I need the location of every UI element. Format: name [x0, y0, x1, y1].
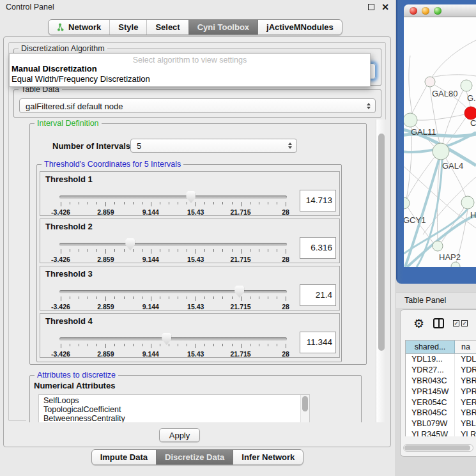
table-cell[interactable]: YBR043C: [406, 376, 455, 387]
table-cell[interactable]: YDR27...: [406, 365, 455, 376]
panel-scrollbar[interactable]: [376, 119, 386, 422]
threshold-2-value[interactable]: 6.316: [300, 237, 336, 259]
table-cell[interactable]: YLR3: [455, 429, 476, 436]
scrollbar-thumb[interactable]: [404, 445, 470, 450]
maximize-window-icon[interactable]: [434, 7, 441, 15]
column-header-shared-name[interactable]: shared...: [406, 341, 455, 353]
table-cell[interactable]: YBR045C: [406, 408, 455, 418]
apply-button[interactable]: Apply: [159, 428, 200, 442]
number-of-intervals-select[interactable]: 5: [130, 139, 297, 153]
tab-select[interactable]: Select: [146, 20, 188, 35]
tab-impute-data[interactable]: Impute Data: [92, 450, 156, 464]
tab-cyni-toolbox[interactable]: Cyni Toolbox: [188, 20, 257, 35]
table-cell[interactable]: YER054C: [406, 397, 455, 408]
table-cell[interactable]: YBR0: [455, 408, 476, 418]
slider-tick: [151, 202, 151, 206]
slider-tick: [277, 296, 277, 299]
slider-tick: [151, 296, 151, 301]
attribute-list-item[interactable]: TopologicalCoefficient: [39, 406, 309, 415]
attribute-list-item[interactable]: BetweennessCentrality: [39, 415, 309, 422]
network-node[interactable]: [404, 113, 417, 127]
dropdown-item-manual-discretization[interactable]: Manual Discretization: [10, 64, 370, 74]
table-row[interactable]: YBR043CYBR0: [406, 376, 476, 387]
table-cell[interactable]: YLR345W: [406, 429, 455, 436]
table-row[interactable]: YDR27...YDR2: [406, 365, 476, 376]
slider-track[interactable]: [59, 290, 287, 293]
select-columns-icons[interactable]: ✓ ✓: [453, 320, 468, 326]
float-window-icon[interactable]: [368, 4, 374, 10]
slider-tick: [286, 249, 286, 254]
threshold-2-slider[interactable]: -3.4262.8599.14415.4321.71528: [59, 238, 287, 263]
slider-tick: [277, 202, 277, 204]
dropdown-item-equal-width-frequency[interactable]: Equal Width/Frequency Discretization: [10, 74, 370, 84]
threshold-1-slider[interactable]: -3.4262.8599.14415.4321.71528: [59, 191, 287, 215]
table-cell[interactable]: YBL0: [455, 418, 476, 429]
list-scrollbar[interactable]: [300, 395, 309, 422]
close-window-icon[interactable]: [410, 7, 417, 15]
network-edge: [446, 118, 466, 145]
network-node[interactable]: [433, 143, 449, 160]
slider-track[interactable]: [59, 243, 287, 246]
slider-tick: [105, 202, 106, 206]
checkbox-icon[interactable]: ✓: [453, 320, 459, 326]
network-node[interactable]: [425, 77, 435, 87]
network-node[interactable]: [433, 241, 443, 251]
attributes-list[interactable]: SelfLoopsTopologicalCoefficientBetweenne…: [38, 394, 310, 422]
table-row[interactable]: YPR145WYPR1: [406, 387, 476, 397]
column-header-name[interactable]: na: [455, 341, 476, 353]
group-title: Attributes to discretize: [35, 371, 118, 380]
close-icon[interactable]: ✕: [381, 3, 389, 12]
table-cell[interactable]: YPR1: [455, 387, 476, 397]
table-cell[interactable]: YBL079W: [406, 418, 455, 429]
slider-tick: [133, 296, 134, 299]
network-canvas[interactable]: GAL80G.CGAL11GAL4GCY1HHAP2: [404, 17, 476, 267]
threshold-3-panel: Threshold 3 -3.4262.8599.14415.4321.7152…: [40, 266, 340, 311]
table-row[interactable]: YBL079WYBL0: [406, 418, 476, 429]
threshold-4-slider[interactable]: -3.4262.8599.14415.4321.71528: [59, 333, 287, 357]
tab-jactivemnodules[interactable]: jActiveMNodules: [257, 20, 342, 35]
table-cell[interactable]: YBR0: [455, 376, 476, 387]
threshold-1-value[interactable]: 14.713: [300, 190, 336, 211]
table-cell[interactable]: YDR2: [455, 365, 476, 376]
table-horizontal-scrollbar[interactable]: [403, 444, 473, 452]
slider-tick: [61, 344, 61, 348]
checkbox-icon[interactable]: ✓: [461, 320, 468, 326]
slider-track[interactable]: [59, 337, 287, 341]
network-node[interactable]: [461, 196, 474, 209]
network-node[interactable]: [451, 262, 460, 267]
split-columns-icon[interactable]: [433, 318, 444, 328]
network-edge: [417, 114, 464, 120]
table-cell[interactable]: YDL19...: [406, 354, 455, 365]
threshold-3-slider[interactable]: -3.4262.8599.14415.4321.71528: [59, 286, 287, 310]
tab-infer-network[interactable]: Infer Network: [233, 450, 303, 464]
table-data-select[interactable]: galFiltered.sif default node: [19, 98, 376, 113]
tab-style[interactable]: Style: [109, 20, 146, 35]
threshold-3-value[interactable]: 21.4: [300, 284, 336, 306]
table-cell[interactable]: YER0: [455, 397, 476, 408]
network-window-titlebar[interactable]: [404, 4, 476, 17]
table-cell[interactable]: YDL1: [455, 354, 476, 365]
slider-tick: [268, 202, 268, 204]
table-cell[interactable]: YPR145W: [406, 387, 455, 397]
network-node[interactable]: [464, 107, 476, 119]
table-row[interactable]: YBR045CYBR0: [406, 408, 476, 418]
table-row[interactable]: YLR345WYLR3: [406, 429, 476, 436]
table-row[interactable]: YER054CYER0: [406, 397, 476, 408]
network-view-window[interactable]: GAL80G.CGAL11GAL4GCY1HHAP2: [396, 0, 476, 284]
panel-title: Control Panel: [6, 3, 368, 12]
network-edge: [405, 160, 439, 267]
slider-tick: [151, 344, 151, 348]
settings-gear-icon[interactable]: ⚙: [413, 318, 424, 330]
network-node[interactable]: [461, 80, 472, 91]
table-row[interactable]: YDL19...YDL1: [406, 354, 476, 365]
tab-discretize-data[interactable]: Discretize Data: [156, 450, 233, 464]
threshold-4-value[interactable]: 11.344: [300, 332, 336, 353]
attribute-list-item[interactable]: SelfLoops: [39, 397, 309, 406]
list-scrollbar-thumb[interactable]: [302, 396, 308, 411]
network-icon: [57, 23, 65, 31]
tab-network[interactable]: Network: [49, 20, 109, 35]
network-node[interactable]: [404, 197, 410, 209]
minimize-window-icon[interactable]: [422, 7, 429, 15]
panel-scrollbar-thumb[interactable]: [378, 134, 385, 351]
slider-track[interactable]: [59, 196, 287, 199]
